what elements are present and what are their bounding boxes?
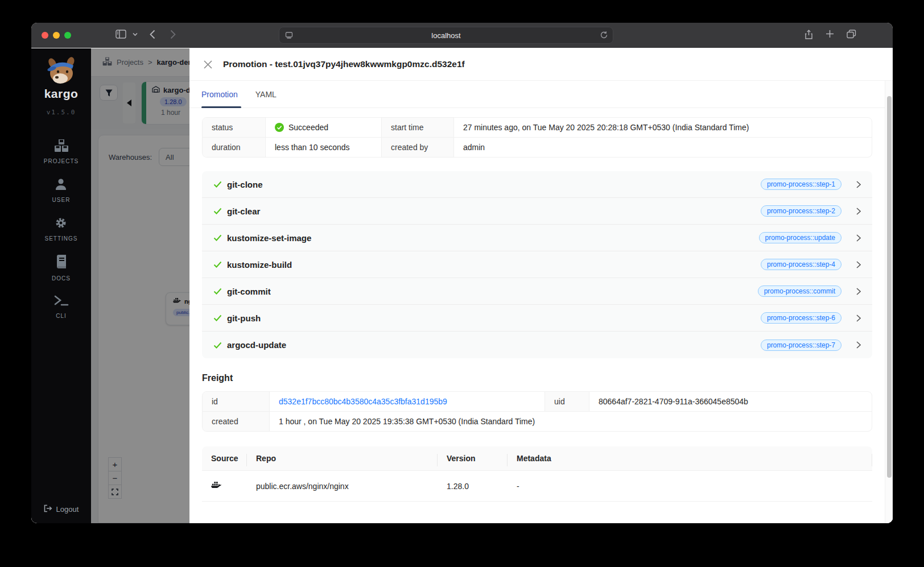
- active-tab-indicator: [201, 106, 241, 108]
- promotion-info-table: status Succeeded: [202, 117, 872, 158]
- docker-icon: [211, 481, 221, 491]
- page-settings-icon[interactable]: [284, 31, 294, 42]
- chevron-right-icon: [856, 181, 861, 188]
- browser-window: localhost: [31, 23, 893, 523]
- check-icon: [213, 208, 222, 214]
- freight-id-link[interactable]: d532e1f7bcc80bc4b3580c4a35c3fbfa31d195b9: [279, 397, 447, 406]
- chevron-right-icon: [856, 341, 861, 349]
- check-icon: [213, 234, 222, 241]
- column-header-repo: Repo: [247, 446, 438, 471]
- check-icon: [213, 314, 222, 321]
- logout-icon: [44, 504, 52, 514]
- tab-overview-icon[interactable]: [847, 30, 856, 39]
- screen: localhost: [0, 0, 924, 567]
- status-label: status: [203, 118, 265, 137]
- user-icon: [54, 177, 68, 193]
- table-cell-version: 1.28.0: [438, 471, 508, 502]
- window-controls: [42, 32, 71, 39]
- step-name: git-clone: [227, 180, 263, 189]
- chevron-down-icon[interactable]: [133, 32, 138, 36]
- sidebar-nav: PROJECTS USER: [44, 139, 79, 319]
- chevron-right-icon: [856, 314, 861, 322]
- modal-scroll-area: Promotion YAML status: [189, 81, 885, 523]
- modal-scrollbar-track[interactable]: [885, 81, 893, 523]
- tab-yaml[interactable]: YAML: [255, 90, 277, 99]
- step-alias-badge: promo-process::step-7: [761, 340, 842, 351]
- duration-value: less than 10 seconds: [265, 137, 381, 157]
- forward-icon: [170, 30, 176, 39]
- step-name: argocd-update: [227, 340, 286, 350]
- modal-header: Promotion - test.01jvq37py4jhew8kwwmkgp0…: [189, 48, 893, 81]
- step-alias-badge: promo-process::step-4: [761, 259, 842, 270]
- modal-scrollbar-thumb[interactable]: [887, 96, 892, 478]
- step-row-argocd-update[interactable]: argocd-update promo-process::step-7: [202, 332, 872, 358]
- chevron-right-icon: [856, 261, 861, 268]
- sidebar-toggle-icon[interactable]: [116, 30, 126, 39]
- back-icon[interactable]: [150, 30, 155, 39]
- chevron-right-icon: [856, 208, 861, 215]
- step-row-kustomize-set-image[interactable]: kustomize-set-image promo-process::updat…: [202, 225, 872, 251]
- close-window-button[interactable]: [42, 32, 48, 39]
- reload-icon[interactable]: [600, 31, 608, 42]
- kargo-logo[interactable]: [44, 56, 79, 89]
- step-row-git-clear[interactable]: git-clear promo-process::step-2: [202, 198, 872, 225]
- share-icon[interactable]: [805, 30, 813, 40]
- step-row-kustomize-build[interactable]: kustomize-build promo-process::step-4: [202, 251, 872, 278]
- freight-artifacts-table: Source Repo Version Metadata: [202, 446, 872, 502]
- created-by-value: admin: [453, 137, 872, 157]
- start-time-label: start time: [381, 118, 453, 137]
- column-header-version: Version: [438, 446, 508, 471]
- step-name: git-commit: [227, 287, 271, 296]
- step-row-git-clone[interactable]: git-clone promo-process::step-1: [202, 171, 872, 198]
- new-tab-icon[interactable]: [826, 30, 834, 38]
- promotion-steps-list: git-clone promo-process::step-1 git-clea…: [202, 171, 872, 358]
- step-name: kustomize-build: [227, 260, 292, 270]
- sidebar-item-label: USER: [52, 197, 71, 203]
- tab-promotion[interactable]: Promotion: [201, 90, 238, 99]
- url-text: localhost: [279, 31, 613, 40]
- status-value: Succeeded: [288, 123, 328, 132]
- logout-button[interactable]: Logout: [31, 504, 91, 514]
- maximize-window-button[interactable]: [64, 32, 71, 39]
- app-version: v1.5.0: [47, 109, 76, 116]
- sidebar-item-docs[interactable]: DOCS: [52, 255, 71, 282]
- step-name: kustomize-set-image: [227, 233, 311, 243]
- step-alias-badge: promo-process::commit: [758, 285, 842, 297]
- freight-uid-label: uid: [544, 392, 589, 411]
- sidebar-item-settings[interactable]: SETTINGS: [44, 216, 77, 242]
- chevron-right-icon: [856, 234, 861, 242]
- check-icon: [213, 342, 222, 349]
- freight-id-label: id: [203, 392, 269, 411]
- table-cell-repo: public.ecr.aws/nginx/nginx: [247, 471, 438, 502]
- minimize-window-button[interactable]: [53, 32, 60, 39]
- start-time-value: 27 minutes ago, on Tue May 20 2025 20:28…: [453, 118, 872, 137]
- promotion-modal: Promotion - test.01jvq37py4jhew8kwwmkgp0…: [189, 48, 893, 523]
- freight-created-label: created: [203, 411, 269, 431]
- sidebar-item-user[interactable]: USER: [52, 177, 71, 203]
- sidebar-item-label: PROJECTS: [44, 158, 79, 164]
- gear-icon: [54, 216, 68, 232]
- check-icon: [213, 261, 222, 268]
- sidebar-item-projects[interactable]: PROJECTS: [44, 139, 79, 164]
- freight-uid-value: 80664af7-2821-4709-911a-366045e8504b: [589, 392, 872, 411]
- app-sidebar: kargo v1.5.0: [31, 48, 91, 523]
- check-icon: [213, 288, 222, 295]
- browser-titlebar: localhost: [31, 23, 893, 48]
- close-icon[interactable]: [204, 60, 212, 69]
- projects-icon: [54, 139, 69, 155]
- step-name: git-push: [227, 313, 261, 323]
- check-icon: [213, 181, 222, 188]
- address-bar[interactable]: localhost: [279, 27, 613, 44]
- step-alias-badge: promo-process::update: [759, 232, 842, 243]
- logout-label: Logout: [56, 505, 79, 514]
- table-cell-source: [202, 471, 247, 502]
- step-row-git-push[interactable]: git-push promo-process::step-6: [202, 305, 872, 332]
- kargo-wordmark: kargo: [44, 87, 79, 101]
- modal-tabs: Promotion YAML: [189, 81, 885, 108]
- duration-label: duration: [203, 137, 265, 157]
- step-row-git-commit[interactable]: git-commit promo-process::commit: [202, 278, 872, 305]
- column-header-metadata: Metadata: [508, 446, 872, 471]
- sidebar-item-label: CLI: [56, 313, 67, 319]
- column-header-source: Source: [202, 446, 247, 471]
- sidebar-item-cli[interactable]: CLI: [54, 295, 69, 319]
